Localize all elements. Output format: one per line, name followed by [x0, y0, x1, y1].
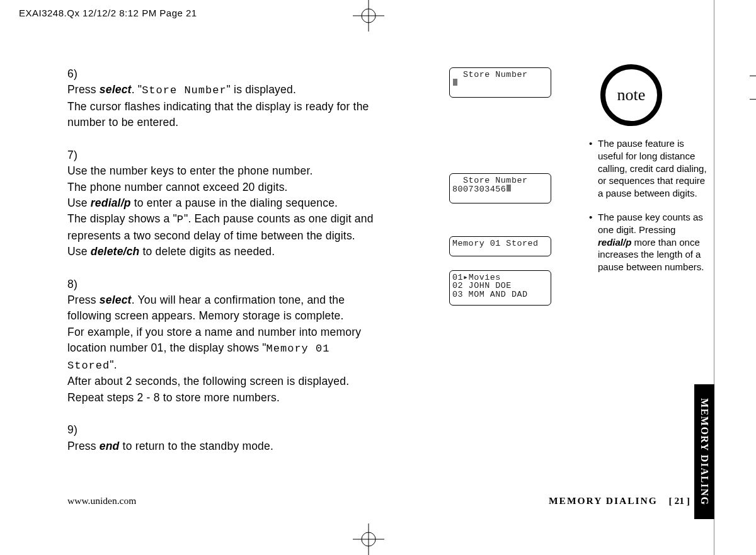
instruction-body: 6) Press select. "Store Number" is displ… [67, 66, 408, 471]
side-crop-mark [750, 76, 756, 100]
step-number: 6) [67, 66, 86, 82]
lcd-line: 8007303456 [452, 185, 506, 194]
t: Use [67, 245, 91, 258]
note-bullet: The pause key counts as one digit. Press… [589, 211, 709, 273]
lcd-screen-memory-stored: Memory 01 Stored [449, 236, 551, 256]
page-number: [ 21 ] [668, 495, 690, 506]
t: Use the number keys to enter the phone n… [67, 164, 313, 177]
note-icon-label: note [600, 64, 662, 126]
lcd-line: Store Number [452, 70, 528, 79]
cursor-icon [507, 185, 511, 192]
t: The pause key counts as one digit. Press… [598, 212, 703, 235]
t: After about 2 seconds, the following scr… [67, 375, 349, 403]
lcd-text: P [177, 214, 184, 226]
registration-mark-top [353, 0, 384, 31]
lcd-line: 03 MOM AND DAD [452, 290, 528, 299]
t: " is displayed. [227, 83, 296, 96]
step-text: Press end to return to the standby mode. [67, 438, 386, 454]
step-text: Use the number keys to enter the phone n… [67, 163, 386, 260]
step-number: 8) [67, 277, 86, 292]
note-icon: note [600, 64, 662, 126]
t: Use [67, 197, 91, 209]
lcd-screen-memory-list: 01▸Movies 02 JOHN DOE 03 MOM AND DAD [449, 270, 551, 306]
t: The phone number cannot exceed 20 digits… [67, 181, 288, 193]
section-tab-label: MEMORY DIALING [699, 398, 710, 506]
key-delete-ch: delete/ch [91, 245, 140, 258]
lcd-line: Memory 01 Stored [452, 239, 539, 248]
t: Press [67, 83, 100, 96]
t: to delete digits as needed. [139, 245, 275, 258]
step-text: Press select. You will hear a confirmati… [67, 292, 386, 406]
section-tab: MEMORY DIALING [694, 384, 714, 519]
header-slug: EXAI3248.Qx 12/12/2 8:12 PM Page 21 [19, 8, 197, 18]
t: to enter a pause in the dialing sequence… [131, 197, 338, 209]
t: . " [132, 83, 142, 96]
step-number: 9) [67, 422, 86, 438]
step-6: 6) Press select. "Store Number" is displ… [67, 66, 408, 131]
step-8: 8) Press select. You will hear a confirm… [67, 277, 408, 406]
key-redial-p: redial/p [598, 237, 631, 248]
lcd-screen-store-number-blank: Store Number [449, 67, 551, 98]
note-sidebar: note The pause feature is useful for lon… [589, 64, 709, 285]
key-redial-p: redial/p [91, 197, 131, 209]
t: The display shows a " [67, 212, 177, 225]
footer-url: www.uniden.com [67, 495, 136, 506]
t: ". [110, 358, 117, 371]
registration-mark-bottom [353, 524, 384, 555]
step-9: 9) Press end to return to the standby mo… [67, 422, 408, 454]
section-label: MEMORY DIALING [549, 495, 658, 506]
lcd-line: Store Number [452, 176, 528, 185]
key-select: select [100, 294, 132, 306]
t: Press [67, 294, 100, 306]
key-select: select [100, 83, 132, 96]
lcd-screens-column: Store Number Store Number 8007303456 Mem… [449, 67, 551, 324]
step-number: 7) [67, 147, 86, 163]
lcd-screen-store-number-digits: Store Number 8007303456 [449, 173, 551, 203]
t: Press [67, 440, 100, 452]
footer-section-page: MEMORY DIALING [ 21 ] [549, 495, 690, 506]
t: to return to the standby mode. [120, 440, 274, 452]
t: The cursor flashes indicating that the d… [67, 100, 369, 129]
cursor-icon [453, 79, 457, 86]
note-bullet: The pause feature is useful for long dis… [589, 137, 709, 200]
lcd-text: Store Number [142, 84, 226, 96]
step-text: Press select. "Store Number" is displaye… [67, 82, 386, 130]
key-end: end [100, 440, 120, 452]
step-7: 7) Use the number keys to enter the phon… [67, 147, 408, 260]
